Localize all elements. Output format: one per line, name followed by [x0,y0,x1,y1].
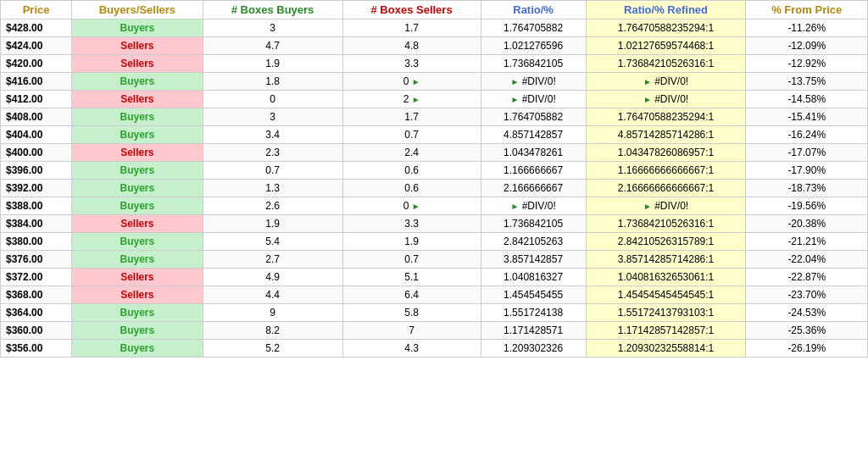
price-cell: $416.00 [1,73,72,91]
ratio-cell: ► #DIV/0! [481,91,586,108]
buyers-sellers-cell: Buyers [72,197,203,215]
header-ratio-refined: Ratio/% Refined [586,1,746,19]
ratio-cell: ► #DIV/0! [481,73,586,91]
boxes-buyers-cell: 3 [203,108,342,126]
boxes-buyers-cell: 2.6 [203,197,342,215]
price-cell: $372.00 [1,269,72,286]
ratio-refined-cell: 1.76470588235294:1 [586,108,746,126]
table-row: $368.00Sellers4.46.41.4545454551.4545454… [1,286,868,304]
table-row: $400.00Sellers2.32.41.0434782611.0434782… [1,144,868,162]
buyers-sellers-cell: Buyers [72,322,203,340]
table-row: $356.00Buyers5.24.31.2093023261.20930232… [1,340,868,358]
ratio-refined-cell: ► #DIV/0! [586,73,746,91]
boxes-sellers-cell: 3.3 [342,215,481,233]
from-price-cell: -18.73% [746,180,868,197]
buyers-sellers-cell: Buyers [72,73,203,91]
from-price-cell: -17.07% [746,144,868,162]
ratio-refined-cell: 1.73684210526316:1 [586,215,746,233]
buyers-sellers-cell: Buyers [72,108,203,126]
from-price-cell: -21.21% [746,233,868,251]
ratio-cell: 1.551724138 [481,304,586,322]
ratio-cell: 1.454545455 [481,286,586,304]
boxes-sellers-cell: 1.7 [342,19,481,37]
ratio-cell: ► #DIV/0! [481,197,586,215]
from-price-cell: -23.70% [746,286,868,304]
buyers-sellers-cell: Sellers [72,286,203,304]
boxes-sellers-cell: 0.7 [342,126,481,144]
ratio-refined-cell: 1.16666666666667:1 [586,162,746,180]
table-row: $396.00Buyers0.70.61.1666666671.16666666… [1,162,868,180]
header-boxes-buyers: # Boxes Buyers [203,1,342,19]
boxes-buyers-cell: 0 [203,91,342,108]
buyers-sellers-cell: Buyers [72,126,203,144]
buyers-sellers-cell: Buyers [72,233,203,251]
ratio-cell: 1.736842105 [481,55,586,73]
from-price-cell: -22.04% [746,251,868,269]
ratio-refined-cell: 1.04347826086957:1 [586,144,746,162]
ratio-refined-cell: 1.76470588235294:1 [586,19,746,37]
ratio-refined-cell: 1.17142857142857:1 [586,322,746,340]
table-row: $360.00Buyers8.271.1714285711.1714285714… [1,322,868,340]
boxes-sellers-cell: 4.8 [342,37,481,55]
price-cell: $396.00 [1,162,72,180]
boxes-sellers-cell: 4.3 [342,340,481,358]
ratio-refined-cell: 1.45454545454545:1 [586,286,746,304]
header-ratio: Ratio/% [481,1,586,19]
ratio-cell: 2.166666667 [481,180,586,197]
ratio-cell: 1.764705882 [481,108,586,126]
price-cell: $376.00 [1,251,72,269]
buyers-sellers-cell: Sellers [72,37,203,55]
boxes-buyers-cell: 9 [203,304,342,322]
price-cell: $384.00 [1,215,72,233]
buyers-sellers-cell: Sellers [72,144,203,162]
from-price-cell: -19.56% [746,197,868,215]
buyers-sellers-cell: Buyers [72,162,203,180]
table-row: $380.00Buyers5.41.92.8421052632.84210526… [1,233,868,251]
table-row: $404.00Buyers3.40.74.8571428574.85714285… [1,126,868,144]
ratio-refined-cell: 2.16666666666667:1 [586,180,746,197]
buyers-sellers-cell: Buyers [72,19,203,37]
price-cell: $424.00 [1,37,72,55]
ratio-cell: 1.043478261 [481,144,586,162]
price-cell: $428.00 [1,19,72,37]
table-row: $420.00Sellers1.93.31.7368421051.7368421… [1,55,868,73]
from-price-cell: -13.75% [746,73,868,91]
header-from-price: % From Price [746,1,868,19]
from-price-cell: -25.36% [746,322,868,340]
from-price-cell: -15.41% [746,108,868,126]
buyers-sellers-cell: Sellers [72,269,203,286]
table-row: $424.00Sellers4.74.81.0212765961.0212765… [1,37,868,55]
ratio-cell: 1.171428571 [481,322,586,340]
ratio-cell: 1.764705882 [481,19,586,37]
from-price-cell: -11.26% [746,19,868,37]
from-price-cell: -20.38% [746,215,868,233]
ratio-refined-cell: 1.02127659574468:1 [586,37,746,55]
ratio-cell: 1.021276596 [481,37,586,55]
ratio-refined-cell: ► #DIV/0! [586,91,746,108]
price-cell: $420.00 [1,55,72,73]
ratio-cell: 4.857142857 [481,126,586,144]
ratio-cell: 2.842105263 [481,233,586,251]
boxes-buyers-cell: 8.2 [203,322,342,340]
from-price-cell: -24.53% [746,304,868,322]
price-cell: $412.00 [1,91,72,108]
boxes-buyers-cell: 1.9 [203,55,342,73]
price-cell: $356.00 [1,340,72,358]
from-price-cell: -26.19% [746,340,868,358]
boxes-buyers-cell: 3.4 [203,126,342,144]
ratio-refined-cell: 1.55172413793103:1 [586,304,746,322]
boxes-sellers-cell: 2 ► [342,91,481,108]
ratio-cell: 1.166666667 [481,162,586,180]
from-price-cell: -17.90% [746,162,868,180]
price-cell: $360.00 [1,322,72,340]
header-price: Price [1,1,72,19]
boxes-buyers-cell: 5.2 [203,340,342,358]
buyers-sellers-cell: Buyers [72,251,203,269]
boxes-buyers-cell: 1.9 [203,215,342,233]
table-row: $364.00Buyers95.81.5517241381.5517241379… [1,304,868,322]
ratio-refined-cell: 2.84210526315789:1 [586,233,746,251]
header-boxes-sellers: # Boxes Sellers [342,1,481,19]
ratio-cell: 1.736842105 [481,215,586,233]
price-cell: $364.00 [1,304,72,322]
boxes-sellers-cell: 1.9 [342,233,481,251]
